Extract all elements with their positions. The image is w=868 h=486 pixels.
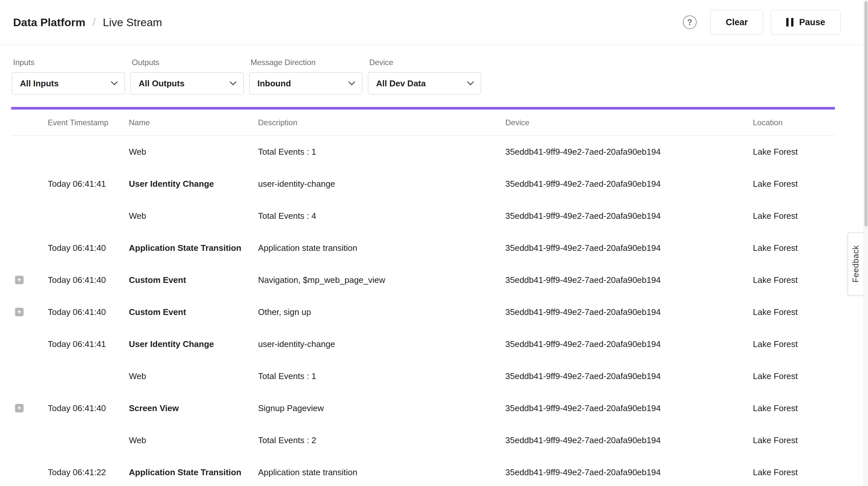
expand-cell: + — [11, 308, 48, 316]
event-name: Application State Transition — [129, 243, 258, 253]
outputs-filter-select[interactable]: All Outputs — [130, 72, 244, 94]
event-location: Lake Forest — [753, 403, 835, 414]
event-device: 35eddb41-9ff9-49e2-7aed-20afa90eb194 — [505, 307, 753, 317]
event-timestamp: Today 06:41:40 — [48, 243, 129, 253]
table-body: WebTotal Events : 135eddb41-9ff9-49e2-7a… — [11, 136, 835, 486]
chevron-down-icon — [348, 79, 355, 85]
message-direction-filter-select[interactable]: Inbound — [249, 72, 362, 94]
table-row[interactable]: Today 06:41:41User Identity Changeuser-i… — [11, 168, 835, 200]
event-description: user-identity-change — [258, 179, 505, 189]
breadcrumb-separator: / — [93, 16, 95, 28]
column-description: Description — [258, 118, 505, 127]
event-location: Lake Forest — [753, 307, 835, 317]
event-device: 35eddb41-9ff9-49e2-7aed-20afa90eb194 — [505, 403, 753, 414]
event-device: 35eddb41-9ff9-49e2-7aed-20afa90eb194 — [505, 179, 753, 189]
table-row[interactable]: WebTotal Events : 235eddb41-9ff9-49e2-7a… — [11, 424, 835, 456]
pause-button-label: Pause — [799, 17, 825, 28]
event-timestamp: Today 06:41:40 — [48, 307, 129, 317]
event-location: Lake Forest — [753, 435, 835, 446]
event-description: Application state transition — [258, 243, 505, 253]
feedback-tab-label: Feedback — [851, 245, 861, 282]
outputs-filter-value: All Outputs — [139, 79, 184, 89]
event-name: Web — [129, 435, 258, 446]
event-name: Application State Transition — [129, 467, 258, 478]
event-location: Lake Forest — [753, 467, 835, 478]
filter-device: Device All Dev Data — [368, 58, 481, 94]
event-description: Application state transition — [258, 467, 505, 478]
event-location: Lake Forest — [753, 179, 835, 189]
table-row[interactable]: +Today 06:41:40Screen ViewSignup Pagevie… — [11, 392, 835, 424]
filter-outputs: Outputs All Outputs — [130, 58, 244, 94]
event-name: Web — [129, 371, 258, 381]
message-direction-filter-value: Inbound — [257, 79, 291, 89]
event-device: 35eddb41-9ff9-49e2-7aed-20afa90eb194 — [505, 339, 753, 349]
clear-button[interactable]: Clear — [710, 10, 763, 35]
event-location: Lake Forest — [753, 211, 835, 221]
event-device: 35eddb41-9ff9-49e2-7aed-20afa90eb194 — [505, 435, 753, 446]
expand-cell: + — [11, 276, 48, 284]
pause-button[interactable]: Pause — [771, 10, 840, 35]
event-timestamp: Today 06:41:41 — [48, 339, 129, 349]
event-device: 35eddb41-9ff9-49e2-7aed-20afa90eb194 — [505, 467, 753, 478]
event-name: Web — [129, 211, 258, 221]
expand-row-button[interactable]: + — [15, 308, 24, 316]
table-row[interactable]: Today 06:41:40Application State Transiti… — [11, 232, 835, 264]
event-location: Lake Forest — [753, 371, 835, 381]
table-row[interactable]: WebTotal Events : 135eddb41-9ff9-49e2-7a… — [11, 360, 835, 392]
inputs-filter-select[interactable]: All Inputs — [12, 72, 125, 94]
scrollbar[interactable] — [863, 0, 868, 486]
column-name: Name — [129, 118, 258, 127]
table-row[interactable]: WebTotal Events : 435eddb41-9ff9-49e2-7a… — [11, 200, 835, 232]
table-row[interactable]: WebTotal Events : 135eddb41-9ff9-49e2-7a… — [11, 136, 835, 168]
event-description: Navigation, $mp_web_page_view — [258, 275, 505, 285]
chevron-down-icon — [467, 79, 474, 85]
event-name: User Identity Change — [129, 339, 258, 349]
event-device: 35eddb41-9ff9-49e2-7aed-20afa90eb194 — [505, 243, 753, 253]
event-timestamp: Today 06:41:41 — [48, 179, 129, 189]
inputs-filter-value: All Inputs — [20, 79, 59, 89]
column-location: Location — [753, 118, 835, 127]
accent-bar — [11, 107, 835, 110]
device-filter-value: All Dev Data — [376, 79, 426, 89]
help-icon[interactable]: ? — [683, 16, 696, 29]
header: Data Platform / Live Stream ? Clear Paus… — [0, 0, 868, 45]
feedback-tab[interactable]: Feedback — [848, 233, 863, 295]
event-location: Lake Forest — [753, 275, 835, 285]
event-description: Signup Pageview — [258, 403, 505, 414]
breadcrumb-data-platform[interactable]: Data Platform — [13, 16, 85, 29]
pause-icon — [786, 18, 794, 27]
event-device: 35eddb41-9ff9-49e2-7aed-20afa90eb194 — [505, 371, 753, 381]
event-description: Other, sign up — [258, 307, 505, 317]
table-header-row: Event Timestamp Name Description Device … — [11, 110, 835, 136]
event-location: Lake Forest — [753, 243, 835, 253]
event-description: user-identity-change — [258, 339, 505, 349]
event-description: Total Events : 1 — [258, 371, 505, 381]
column-device: Device — [505, 118, 753, 127]
table-row[interactable]: Today 06:41:41User Identity Changeuser-i… — [11, 328, 835, 360]
event-name: Web — [129, 147, 258, 157]
device-filter-select[interactable]: All Dev Data — [368, 72, 481, 94]
table-row[interactable]: +Today 06:41:40Custom EventOther, sign u… — [11, 296, 835, 328]
column-event-timestamp: Event Timestamp — [48, 118, 129, 127]
filter-outputs-label: Outputs — [130, 58, 244, 67]
event-description: Total Events : 2 — [258, 435, 505, 446]
expand-row-button[interactable]: + — [15, 276, 24, 284]
event-location: Lake Forest — [753, 339, 835, 349]
table-row[interactable]: Today 06:41:22Application State Transiti… — [11, 456, 835, 486]
event-device: 35eddb41-9ff9-49e2-7aed-20afa90eb194 — [505, 211, 753, 221]
expand-row-button[interactable]: + — [15, 404, 24, 413]
event-timestamp: Today 06:41:40 — [48, 275, 129, 285]
header-actions: ? Clear Pause — [683, 10, 840, 35]
chevron-down-icon — [229, 79, 237, 85]
event-name: Screen View — [129, 403, 258, 414]
event-location: Lake Forest — [753, 147, 835, 157]
events-table: Event Timestamp Name Description Device … — [11, 110, 835, 486]
event-name: Custom Event — [129, 307, 258, 317]
scrollbar-thumb[interactable] — [864, 1, 868, 226]
chevron-down-icon — [111, 79, 118, 85]
filters-bar: Inputs All Inputs Outputs All Outputs Me… — [0, 45, 868, 94]
filter-device-label: Device — [368, 58, 481, 67]
page-title: Live Stream — [103, 16, 162, 29]
table-row[interactable]: +Today 06:41:40Custom EventNavigation, $… — [11, 264, 835, 296]
expand-cell: + — [11, 404, 48, 413]
